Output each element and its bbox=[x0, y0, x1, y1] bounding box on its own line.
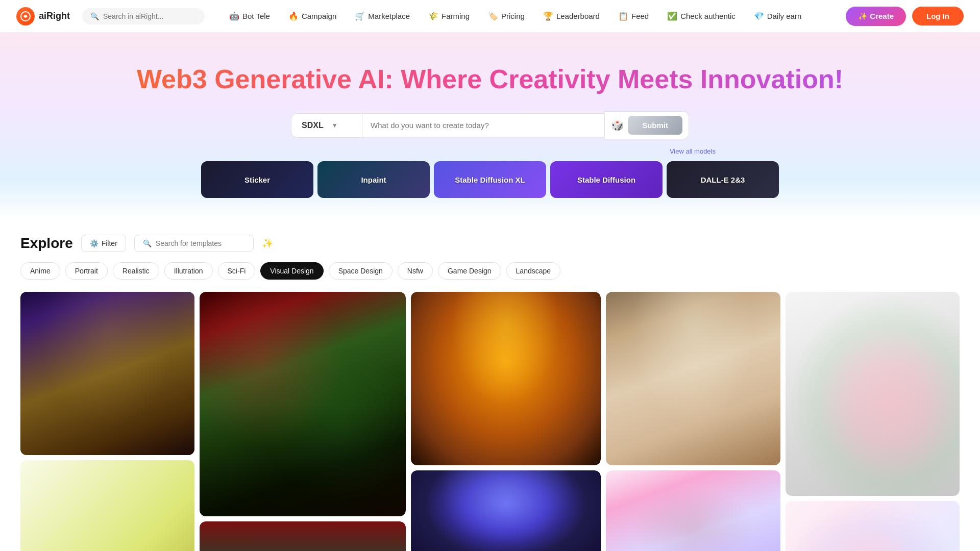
pill-portrait[interactable]: Portrait bbox=[65, 262, 108, 280]
global-search[interactable]: 🔍 bbox=[82, 8, 205, 24]
magic-icon[interactable]: ✨ bbox=[262, 238, 273, 249]
filter-icon: ⚙️ bbox=[90, 239, 99, 247]
nav-item-pricing[interactable]: 🏷️ Pricing bbox=[480, 7, 533, 25]
pill-anime[interactable]: Anime bbox=[20, 262, 60, 280]
model-card-dalle[interactable]: DALL-E 2&3 bbox=[667, 161, 779, 198]
image-card-bride[interactable] bbox=[606, 292, 780, 465]
image-grid bbox=[20, 292, 960, 551]
image-col-2 bbox=[200, 292, 405, 551]
nav-item-marketplace[interactable]: 🛒 Marketplace bbox=[347, 7, 418, 25]
prompt-input[interactable] bbox=[362, 113, 605, 137]
pill-sci-fi[interactable]: Sci-Fi bbox=[218, 262, 256, 280]
view-all-row: View all models bbox=[260, 147, 720, 155]
image-card-cyber-girl[interactable] bbox=[411, 470, 601, 551]
nav-item-campaign[interactable]: 🔥 Campaign bbox=[280, 7, 345, 25]
explore-section: Explore ⚙️ Filter 🔍 ✨ Anime Portrait Rea… bbox=[0, 218, 980, 551]
pill-game-design[interactable]: Game Design bbox=[438, 262, 501, 280]
nav-item-check-authentic-label: Check authentic bbox=[680, 12, 736, 20]
hero-title: Web3 Generative AI: Where Creativity Mee… bbox=[0, 63, 980, 95]
nav-item-daily-earn[interactable]: 💎 Daily earn bbox=[746, 7, 810, 25]
image-card-sunflower[interactable] bbox=[411, 292, 601, 465]
bot-tele-icon: 🤖 bbox=[229, 11, 239, 21]
model-card-sticker-label: Sticker bbox=[244, 176, 270, 184]
filter-button[interactable]: ⚙️ Filter bbox=[81, 235, 126, 252]
nav-item-daily-earn-label: Daily earn bbox=[767, 12, 802, 20]
image-card-gothic[interactable] bbox=[20, 292, 194, 455]
nav-item-feed[interactable]: 📋 Feed bbox=[610, 7, 657, 25]
model-card-inpaint[interactable]: Inpaint bbox=[317, 161, 430, 198]
navbar: aiRight 🔍 🤖 Bot Tele 🔥 Campaign 🛒 Market… bbox=[0, 0, 980, 33]
template-search-icon: 🔍 bbox=[143, 239, 152, 247]
pill-realistic[interactable]: Realistic bbox=[113, 262, 159, 280]
nav-item-campaign-label: Campaign bbox=[302, 12, 336, 20]
model-card-stable-diffusion[interactable]: Stable Diffusion bbox=[550, 161, 663, 198]
nav-links: 🤖 Bot Tele 🔥 Campaign 🛒 Marketplace 🌾 Fa… bbox=[221, 7, 846, 25]
model-dropdown[interactable]: SDXL ▼ bbox=[291, 113, 362, 138]
global-search-input[interactable] bbox=[103, 12, 197, 20]
template-search[interactable]: 🔍 bbox=[134, 235, 254, 252]
dice-icon[interactable]: 🎲 bbox=[611, 119, 624, 132]
nav-item-bot-tele[interactable]: 🤖 Bot Tele bbox=[221, 7, 278, 25]
search-icon: 🔍 bbox=[90, 12, 99, 20]
login-button[interactable]: Log In bbox=[912, 7, 964, 26]
image-card-banana[interactable] bbox=[20, 460, 194, 551]
nav-item-farming-label: Farming bbox=[442, 12, 470, 20]
daily-earn-icon: 💎 bbox=[754, 11, 764, 21]
feed-icon: 📋 bbox=[618, 11, 628, 21]
image-col-3 bbox=[411, 292, 601, 551]
submit-button[interactable]: Submit bbox=[628, 116, 682, 135]
nav-actions: ✨ Create Log In bbox=[846, 7, 964, 26]
prompt-actions: 🎲 Submit bbox=[605, 111, 689, 139]
hero-section: Web3 Generative AI: Where Creativity Mee… bbox=[0, 33, 980, 218]
filter-label: Filter bbox=[102, 239, 117, 247]
view-all-models-link[interactable]: View all models bbox=[670, 147, 716, 155]
image-card-3d-flower[interactable] bbox=[786, 292, 960, 496]
category-pills: Anime Portrait Realistic Illutration Sci… bbox=[20, 262, 960, 280]
nav-item-leaderboard-label: Leaderboard bbox=[556, 12, 600, 20]
image-col-4 bbox=[606, 292, 780, 551]
pill-illustration[interactable]: Illutration bbox=[164, 262, 213, 280]
nav-item-pricing-label: Pricing bbox=[501, 12, 525, 20]
pill-space-design[interactable]: Space Design bbox=[329, 262, 393, 280]
image-card-3d-flower2[interactable] bbox=[786, 501, 960, 551]
nav-item-check-authentic[interactable]: ✅ Check authentic bbox=[659, 7, 744, 25]
model-card-sdxl[interactable]: Stable Diffusion XL bbox=[434, 161, 546, 198]
model-card-sdxl-label: Stable Diffusion XL bbox=[455, 176, 525, 184]
image-col-5 bbox=[786, 292, 960, 551]
image-card-items-bottom[interactable] bbox=[200, 521, 405, 551]
logo[interactable]: aiRight bbox=[16, 7, 70, 26]
nav-item-feed-label: Feed bbox=[631, 12, 649, 20]
explore-title: Explore bbox=[20, 235, 73, 252]
image-col-1 bbox=[20, 292, 194, 551]
leaderboard-icon: 🏆 bbox=[543, 11, 553, 21]
logo-icon bbox=[16, 7, 35, 26]
image-card-inventory[interactable] bbox=[200, 292, 405, 516]
model-card-inpaint-label: Inpaint bbox=[361, 176, 386, 184]
nav-item-bot-tele-label: Bot Tele bbox=[242, 12, 270, 20]
nav-item-farming[interactable]: 🌾 Farming bbox=[420, 7, 478, 25]
model-selected-label: SDXL bbox=[302, 121, 324, 130]
campaign-icon: 🔥 bbox=[288, 11, 299, 21]
create-button[interactable]: ✨ Create bbox=[846, 7, 906, 26]
image-card-cherry-tree[interactable] bbox=[606, 470, 780, 551]
chevron-down-icon: ▼ bbox=[332, 122, 338, 129]
logo-text: aiRight bbox=[39, 11, 70, 21]
model-cards: Sticker Inpaint Stable Diffusion XL Stab… bbox=[0, 161, 980, 198]
marketplace-icon: 🛒 bbox=[355, 11, 365, 21]
nav-item-marketplace-label: Marketplace bbox=[368, 12, 410, 20]
pricing-icon: 🏷️ bbox=[488, 11, 498, 21]
model-card-dalle-label: DALL-E 2&3 bbox=[701, 176, 745, 184]
farming-icon: 🌾 bbox=[428, 11, 438, 21]
pill-landscape[interactable]: Landscape bbox=[506, 262, 561, 280]
model-card-sd-label: Stable Diffusion bbox=[577, 176, 635, 184]
model-selector: SDXL ▼ 🎲 Submit bbox=[291, 111, 689, 139]
pill-visual-design[interactable]: Visual Design bbox=[260, 262, 323, 280]
check-authentic-icon: ✅ bbox=[667, 11, 677, 21]
model-card-sticker[interactable]: Sticker bbox=[201, 161, 313, 198]
pill-nsfw[interactable]: Nsfw bbox=[398, 262, 433, 280]
nav-item-leaderboard[interactable]: 🏆 Leaderboard bbox=[535, 7, 608, 25]
template-search-input[interactable] bbox=[156, 239, 245, 247]
explore-header: Explore ⚙️ Filter 🔍 ✨ bbox=[20, 235, 960, 252]
